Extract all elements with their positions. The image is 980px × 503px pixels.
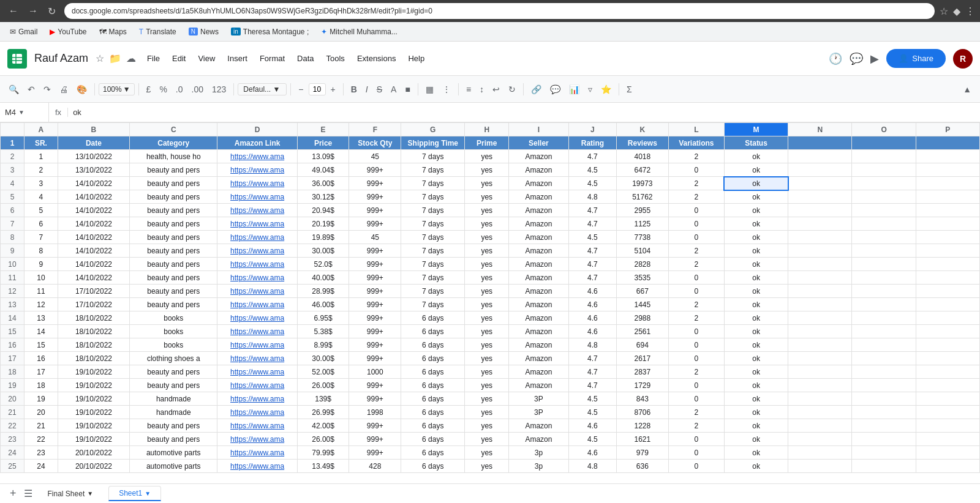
cell-reviews[interactable]: 5104 xyxy=(617,244,669,258)
cell-variations[interactable]: 2 xyxy=(668,298,724,311)
cell-stock[interactable]: 45 xyxy=(349,150,401,163)
cell-price[interactable]: 42.00$ xyxy=(297,419,349,433)
extension-icon[interactable]: ◆ xyxy=(953,6,960,17)
cell-reviews[interactable]: 667 xyxy=(617,285,669,298)
cell-rating[interactable]: 4.7 xyxy=(568,365,616,379)
cell-o[interactable] xyxy=(852,338,916,352)
cell-n[interactable] xyxy=(788,352,852,365)
share-button[interactable]: 👤 Share xyxy=(886,49,946,68)
cell-variations[interactable]: 0 xyxy=(668,231,724,244)
cell-variations[interactable]: 0 xyxy=(668,446,724,460)
cell-price[interactable]: 46.00$ xyxy=(297,298,349,311)
cell-shipping[interactable]: 6 days xyxy=(401,446,465,460)
forward-button[interactable]: → xyxy=(24,4,42,18)
cell-status[interactable]: ok xyxy=(724,352,788,365)
cell-link[interactable]: https://www.ama xyxy=(217,163,297,177)
cell-rating[interactable]: 4.5 xyxy=(568,231,616,244)
table-row[interactable]: 9814/10/2022beauty and pershttps://www.a… xyxy=(1,244,980,258)
table-row[interactable]: 151418/10/2022bookshttps://www.ama5.38$9… xyxy=(1,325,980,338)
row-num-12[interactable]: 12 xyxy=(1,285,24,298)
cell-reviews[interactable]: 1729 xyxy=(617,379,669,392)
col-l[interactable]: L xyxy=(668,123,724,136)
cell-status[interactable]: ok xyxy=(724,460,788,473)
cell-rating[interactable]: 4.7 xyxy=(568,379,616,392)
cell-date[interactable]: 20/10/2022 xyxy=(58,460,129,473)
cell-price[interactable]: 79.99$ xyxy=(297,446,349,460)
cell-n[interactable] xyxy=(788,392,852,406)
cell-prime[interactable]: yes xyxy=(465,204,509,217)
cell-p[interactable] xyxy=(916,298,979,311)
row-num-5[interactable]: 5 xyxy=(1,190,24,204)
cell-o[interactable] xyxy=(852,460,916,473)
cell-date[interactable]: 14/10/2022 xyxy=(58,244,129,258)
cell-price[interactable]: 49.04$ xyxy=(297,163,349,177)
cell-reviews[interactable]: 1125 xyxy=(617,217,669,231)
table-row[interactable]: 212019/10/2022handmadehttps://www.ama26.… xyxy=(1,406,980,419)
cell-date[interactable]: 17/10/2022 xyxy=(58,298,129,311)
undo-btn[interactable]: ↶ xyxy=(24,82,39,97)
cell-reviews[interactable]: 1228 xyxy=(617,419,669,433)
cell-sr[interactable]: 6 xyxy=(24,217,58,231)
cell-n[interactable] xyxy=(788,244,852,258)
cell-variations[interactable]: 0 xyxy=(668,271,724,285)
cell-category[interactable]: handmade xyxy=(130,406,217,419)
cell-variations[interactable]: 2 xyxy=(668,406,724,419)
cell-shipping[interactable]: 6 days xyxy=(401,392,465,406)
cell-n[interactable] xyxy=(788,433,852,446)
cell-shipping[interactable]: 7 days xyxy=(401,177,465,190)
row-num-8[interactable]: 8 xyxy=(1,231,24,244)
cell-seller[interactable]: Amazon xyxy=(509,285,569,298)
cell-o[interactable] xyxy=(852,311,916,325)
cell-sr[interactable]: 17 xyxy=(24,365,58,379)
cell-date[interactable]: 14/10/2022 xyxy=(58,217,129,231)
cell-prime[interactable]: yes xyxy=(465,446,509,460)
back-button[interactable]: ← xyxy=(5,4,22,18)
cell-link[interactable]: https://www.ama xyxy=(217,271,297,285)
cell-variations[interactable]: 2 xyxy=(668,177,724,190)
col-h[interactable]: H xyxy=(465,123,509,136)
row-num-20[interactable]: 20 xyxy=(1,392,24,406)
print-btn[interactable]: 🖨 xyxy=(56,82,72,97)
cell-reviews[interactable]: 1621 xyxy=(617,433,669,446)
cell-p[interactable] xyxy=(916,150,979,163)
cell-status[interactable]: ok xyxy=(724,163,788,177)
cell-price[interactable]: 5.38$ xyxy=(297,325,349,338)
cell-p[interactable] xyxy=(916,285,979,298)
cell-category[interactable]: beauty and pers xyxy=(130,419,217,433)
cell-stock[interactable]: 428 xyxy=(349,460,401,473)
cell-o[interactable] xyxy=(852,433,916,446)
cell-date[interactable]: 14/10/2022 xyxy=(58,258,129,271)
cell-stock[interactable]: 999+ xyxy=(349,338,401,352)
cell-p[interactable] xyxy=(916,217,979,231)
table-row[interactable]: 111014/10/2022beauty and pershttps://www… xyxy=(1,271,980,285)
cell-category[interactable]: books xyxy=(130,311,217,325)
col-c[interactable]: C xyxy=(130,123,217,136)
cell-n[interactable] xyxy=(788,217,852,231)
cell-date[interactable]: 20/10/2022 xyxy=(58,446,129,460)
cell-sr[interactable]: 4 xyxy=(24,190,58,204)
table-row[interactable]: 6514/10/2022beauty and pershttps://www.a… xyxy=(1,204,980,217)
cell-status[interactable]: ok xyxy=(724,298,788,311)
menu-view[interactable]: View xyxy=(192,51,221,65)
cell-price[interactable]: 13.09$ xyxy=(297,150,349,163)
cell-o[interactable] xyxy=(852,392,916,406)
cell-link[interactable]: https://www.ama xyxy=(217,419,297,433)
table-row[interactable]: 252420/10/2022automotive partshttps://ww… xyxy=(1,460,980,473)
cell-category[interactable]: beauty and pers xyxy=(130,433,217,446)
cell-rating[interactable]: 4.7 xyxy=(568,271,616,285)
cell-prime[interactable]: yes xyxy=(465,352,509,365)
cell-sr[interactable]: 3 xyxy=(24,177,58,190)
rotate-btn[interactable]: ↻ xyxy=(505,82,519,97)
history-icon[interactable]: 🕐 xyxy=(829,52,842,65)
cell-stock[interactable]: 1998 xyxy=(349,406,401,419)
cell-seller[interactable]: Amazon xyxy=(509,298,569,311)
cell-reviews[interactable]: 636 xyxy=(617,460,669,473)
cell-rating[interactable]: 4.7 xyxy=(568,244,616,258)
currency-btn[interactable]: £ xyxy=(143,82,155,97)
cell-status[interactable]: ok xyxy=(724,190,788,204)
cell-sr[interactable]: 8 xyxy=(24,244,58,258)
cell-rating[interactable]: 4.6 xyxy=(568,285,616,298)
cell-status[interactable]: ok xyxy=(724,244,788,258)
cell-p[interactable] xyxy=(916,258,979,271)
cell-rating[interactable]: 4.5 xyxy=(568,406,616,419)
